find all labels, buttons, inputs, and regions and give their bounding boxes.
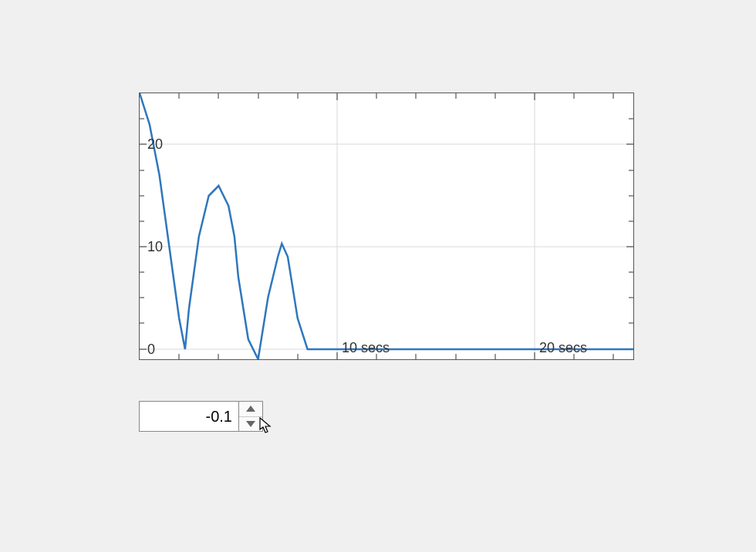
signal-line bbox=[140, 93, 633, 359]
value-spinner[interactable] bbox=[139, 401, 263, 432]
x-tick-20s: 20 secs bbox=[539, 340, 587, 356]
y-tick-0: 0 bbox=[147, 342, 155, 358]
x-tick-10s: 10 secs bbox=[342, 340, 390, 356]
plot-axes: 20 10 0 10 secs 20 secs bbox=[139, 93, 634, 360]
y-tick-20: 20 bbox=[147, 136, 163, 153]
chevron-down-icon bbox=[246, 421, 255, 427]
y-tick-10: 10 bbox=[147, 239, 163, 255]
plot-canvas bbox=[140, 93, 633, 359]
spinner-down-button[interactable] bbox=[239, 417, 262, 432]
spinner-input[interactable] bbox=[139, 401, 239, 432]
chevron-up-icon bbox=[246, 406, 255, 412]
spinner-up-button[interactable] bbox=[239, 402, 262, 417]
spinner-buttons bbox=[239, 401, 263, 432]
